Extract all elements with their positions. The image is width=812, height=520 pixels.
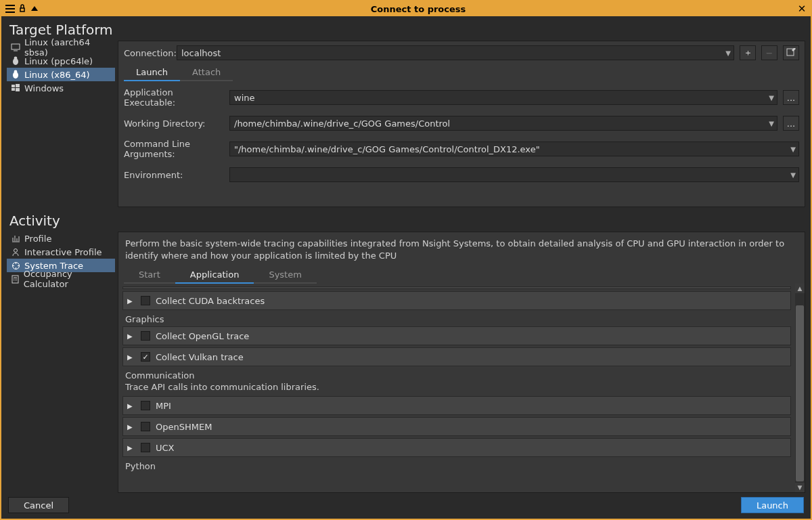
close-icon[interactable]: ✕	[796, 3, 808, 15]
checkbox-opengl[interactable]	[141, 331, 150, 341]
platform-label: Windows	[24, 83, 64, 93]
tab-start[interactable]: Start	[124, 267, 175, 284]
launch-button[interactable]: Launch	[741, 497, 804, 513]
platform-windows[interactable]: Windows	[7, 81, 115, 95]
exec-label: Application Executable:	[124, 87, 224, 108]
browse-exec-button[interactable]: ...	[783, 90, 799, 105]
svg-rect-6	[12, 85, 15, 87]
option-ucx[interactable]: ▶ UCX	[122, 438, 791, 457]
svg-point-11	[14, 248, 18, 252]
tab-application[interactable]: Application	[175, 267, 254, 284]
connection-combo[interactable]: localhost ▼	[177, 45, 734, 60]
pin-icon[interactable]	[16, 3, 28, 15]
activity-profile[interactable]: Profile	[7, 232, 115, 245]
chevron-down-icon: ▼	[769, 94, 774, 102]
chevron-down-icon: ▼	[790, 146, 796, 153]
tab-system[interactable]: System	[254, 267, 316, 284]
checkbox-cuda-backtraces[interactable]	[141, 296, 150, 305]
option-opengl-trace[interactable]: ▶ Collect OpenGL trace	[122, 326, 791, 345]
remove-connection-button[interactable]: −	[761, 45, 777, 60]
svg-rect-7	[16, 84, 20, 87]
browse-wd-button[interactable]: ...	[783, 116, 799, 131]
args-input[interactable]: "/home/chimba/.wine/drive_c/GOG Games/Co…	[229, 142, 799, 156]
scroll-up-icon[interactable]: ▲	[795, 284, 805, 293]
platform-label: Linux (x86_64)	[24, 70, 90, 80]
target-platform-heading: Target Platform	[9, 22, 805, 38]
scroll-down-icon[interactable]: ▼	[795, 483, 805, 492]
platform-sidebar: Linux (aarch64 sbsa) Linux (ppc64le) Lin…	[7, 41, 115, 207]
titlebar: Connect to process ✕	[1, 1, 811, 16]
scroll-thumb[interactable]	[796, 305, 804, 481]
option-label: OpenSHMEM	[156, 422, 212, 432]
activity-interactive-profile[interactable]: Interactive Profile	[7, 245, 115, 259]
checkbox-vulkan[interactable]	[141, 352, 150, 362]
chart-icon	[11, 234, 20, 243]
penguin-icon	[11, 56, 20, 66]
connection-value: localhost	[181, 48, 221, 58]
option-label: UCX	[156, 443, 175, 453]
activity-sidebar: Profile Interactive Profile System Trace…	[7, 232, 115, 493]
activity-label: Occupancy Calculator	[24, 269, 111, 289]
checkbox-ucx[interactable]	[141, 443, 150, 452]
activity-label: Interactive Profile	[24, 247, 102, 257]
wd-input[interactable]: /home/chimba/.wine/drive_c/GOG Games/Con…	[229, 116, 777, 131]
category-communication-sub: Trace API calls into communication libra…	[125, 382, 788, 392]
activity-label: Profile	[24, 234, 51, 244]
activity-occupancy-calculator[interactable]: Occupancy Calculator	[7, 272, 115, 286]
activity-description: Perform the basic system-wide tracing ca…	[118, 232, 805, 267]
category-graphics: Graphics	[125, 314, 788, 324]
connection-label: Connection:	[124, 48, 171, 58]
add-connection-button[interactable]: ＋	[740, 45, 756, 60]
option-vulkan-trace[interactable]: ▶ Collect Vulkan trace	[122, 347, 791, 366]
option-label: Collect CUDA backtraces	[156, 296, 265, 306]
category-python: Python	[125, 461, 788, 471]
platform-label: Linux (ppc64le)	[24, 56, 93, 66]
checkbox-mpi[interactable]	[141, 401, 150, 410]
option-openshmem[interactable]: ▶ OpenSHMEM	[122, 417, 791, 436]
svg-rect-0	[20, 8, 24, 12]
checkbox-openshmem[interactable]	[141, 422, 150, 431]
edit-connection-button[interactable]	[783, 45, 799, 60]
platform-label: Linux (aarch64 sbsa)	[24, 37, 111, 58]
chevron-down-icon: ▼	[769, 120, 774, 127]
option-cuda-backtraces[interactable]: ▶ Collect CUDA backtraces	[122, 291, 791, 310]
args-label: Command Line Arguments:	[124, 139, 224, 159]
expand-icon[interactable]: ▶	[127, 402, 135, 410]
tab-launch[interactable]: Launch	[124, 64, 180, 81]
svg-rect-9	[16, 88, 20, 91]
option-label: Collect Vulkan trace	[156, 352, 244, 362]
activity-heading: Activity	[9, 213, 805, 229]
monitor-icon	[11, 43, 20, 52]
chevron-down-icon: ▼	[790, 171, 796, 179]
svg-point-5	[14, 70, 18, 74]
wd-label: Working Directory:	[124, 118, 224, 129]
expand-icon[interactable]: ▶	[127, 423, 135, 431]
window-title: Connect to process	[41, 4, 796, 14]
clipped-row	[122, 286, 791, 289]
cancel-button[interactable]: Cancel	[8, 497, 69, 513]
platform-linux-x86-64[interactable]: Linux (x86_64)	[7, 68, 115, 81]
svg-rect-8	[12, 88, 15, 91]
expand-icon[interactable]: ▶	[127, 353, 135, 361]
menu-icon[interactable]	[4, 3, 16, 15]
expand-icon[interactable]: ▶	[127, 297, 135, 305]
platform-linux-aarch64[interactable]: Linux (aarch64 sbsa)	[7, 41, 115, 54]
option-mpi[interactable]: ▶ MPI	[122, 396, 791, 415]
chevron-down-icon: ▼	[725, 49, 731, 57]
option-label: MPI	[156, 401, 171, 411]
penguin-icon	[11, 70, 20, 79]
category-communication: Communication	[125, 370, 788, 381]
env-label: Environment:	[124, 170, 224, 180]
svg-point-3	[14, 57, 18, 60]
calculator-icon	[11, 274, 20, 284]
rollup-icon[interactable]	[28, 3, 41, 15]
tab-attach[interactable]: Attach	[180, 64, 233, 81]
windows-icon	[11, 83, 20, 93]
scrollbar[interactable]: ▲ ▼	[795, 284, 805, 492]
exec-input[interactable]: wine ▼	[229, 90, 777, 105]
expand-icon[interactable]: ▶	[127, 444, 135, 452]
env-input[interactable]: ▼	[229, 167, 799, 182]
person-icon	[11, 247, 20, 257]
target-icon	[11, 261, 20, 270]
expand-icon[interactable]: ▶	[127, 332, 135, 340]
